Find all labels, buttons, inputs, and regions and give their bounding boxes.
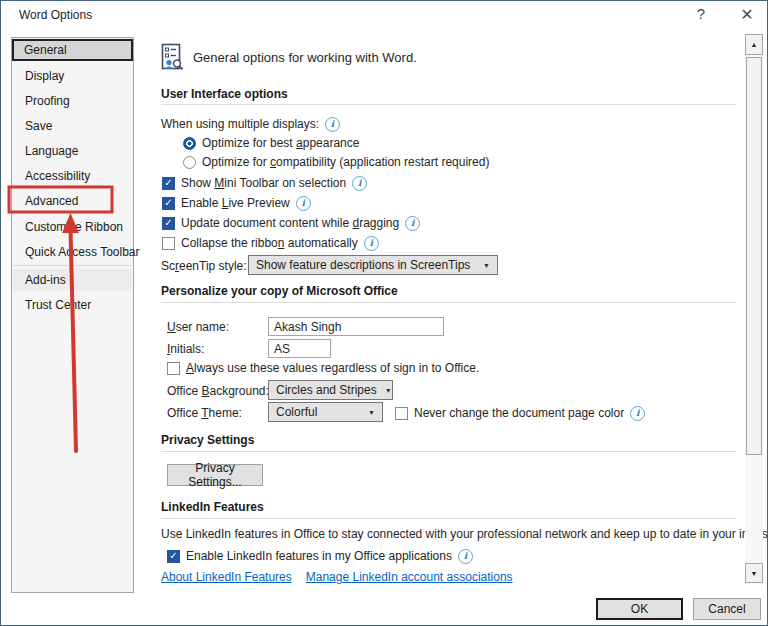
- dialog-title: Word Options: [19, 8, 92, 22]
- sidebar-item-add-ins[interactable]: Add-ins: [13, 269, 132, 291]
- scrollbar-up-icon[interactable]: ▲: [745, 34, 763, 55]
- live-preview-option[interactable]: ✓ Enable Live Preview i: [162, 195, 311, 211]
- radio-compatibility[interactable]: [183, 156, 196, 169]
- checkbox-never-change-page-color-label: Never change the document page color: [414, 406, 624, 420]
- radio-best-appearance[interactable]: [183, 137, 196, 150]
- section-title-ui-options: User Interface options: [161, 87, 288, 101]
- section-divider: [161, 104, 736, 105]
- optimize-appearance-option[interactable]: Optimize for best appearance: [183, 135, 359, 151]
- section-divider: [161, 451, 736, 452]
- initials-input[interactable]: [268, 339, 331, 358]
- info-icon[interactable]: i: [405, 216, 420, 231]
- checkbox-always-use-values-label: Always use these values regardless of si…: [186, 361, 479, 375]
- multi-display-label-row: When using multiple displays: i: [161, 116, 340, 132]
- sidebar-item-save[interactable]: Save: [13, 115, 132, 137]
- checkbox-live-preview-label: Enable Live Preview: [181, 196, 290, 210]
- never-change-page-color-option[interactable]: Never change the document page color i: [395, 405, 645, 421]
- multi-display-label: When using multiple displays:: [161, 117, 319, 131]
- general-options-icon: [161, 43, 187, 75]
- checkbox-mini-toolbar[interactable]: ✓: [162, 177, 175, 190]
- office-theme-label-row: Office Theme:: [167, 405, 242, 421]
- info-icon[interactable]: i: [352, 176, 367, 191]
- close-icon[interactable]: ✕: [735, 5, 759, 24]
- checkbox-never-change-page-color[interactable]: [395, 407, 408, 420]
- sidebar-item-quick-access-toolbar[interactable]: Quick Access Toolbar: [13, 241, 132, 263]
- cancel-button[interactable]: Cancel: [693, 598, 761, 620]
- initials-label: Initials:: [167, 342, 204, 356]
- checkbox-always-use-values[interactable]: [167, 362, 180, 375]
- dialog-frame: Word Options ? ✕ General Display Proofin…: [0, 0, 768, 626]
- sidebar-item-language[interactable]: Language: [13, 140, 132, 162]
- sidebar-item-general[interactable]: General: [12, 39, 133, 61]
- sidebar-item-display[interactable]: Display: [13, 65, 132, 87]
- office-background-label: Office Background:: [167, 384, 269, 398]
- chevron-down-icon: ▼: [385, 387, 392, 394]
- checkbox-enable-linkedin-label: Enable LinkedIn features in my Office ap…: [186, 549, 452, 563]
- optimize-compatibility-option[interactable]: Optimize for compatibility (application …: [183, 154, 489, 170]
- checkbox-collapse-ribbon-label: Collapse the ribbon automatically: [181, 236, 358, 250]
- enable-linkedin-option[interactable]: ✓ Enable LinkedIn features in my Office …: [167, 548, 473, 564]
- radio-best-appearance-label: Optimize for best appearance: [202, 136, 359, 150]
- checkbox-enable-linkedin[interactable]: ✓: [167, 550, 180, 563]
- initials-label-row: Initials:: [167, 341, 204, 357]
- linkedin-links-row: About LinkedIn Features Manage LinkedIn …: [161, 569, 513, 585]
- checkbox-mini-toolbar-label: Show Mini Toolbar on selection: [181, 176, 346, 190]
- always-use-values-option[interactable]: Always use these values regardless of si…: [167, 360, 479, 376]
- checkbox-live-preview[interactable]: ✓: [162, 197, 175, 210]
- section-divider: [161, 302, 736, 303]
- word-options-dialog: Word Options ? ✕ General Display Proofin…: [0, 0, 768, 626]
- info-icon[interactable]: i: [458, 549, 473, 564]
- screentip-label: ScreenTip style:: [161, 259, 247, 273]
- checkbox-collapse-ribbon[interactable]: [162, 237, 175, 250]
- info-icon[interactable]: i: [630, 406, 645, 421]
- screentip-style-dropdown[interactable]: Show feature descriptions in ScreenTips …: [248, 255, 498, 275]
- about-linkedin-link[interactable]: About LinkedIn Features: [161, 570, 292, 584]
- scrollbar[interactable]: ▲ ▼: [745, 34, 763, 584]
- help-icon[interactable]: ?: [689, 5, 713, 22]
- office-theme-value: Colorful: [276, 405, 317, 419]
- info-icon[interactable]: i: [296, 196, 311, 211]
- checkbox-update-drag-label: Update document content while dragging: [181, 216, 399, 230]
- office-background-dropdown[interactable]: Circles and Stripes ▼: [268, 380, 393, 400]
- sidebar-item-advanced[interactable]: Advanced: [13, 190, 132, 212]
- user-name-label: User name:: [167, 320, 229, 334]
- chevron-down-icon: ▼: [368, 409, 375, 416]
- update-drag-option[interactable]: ✓ Update document content while dragging…: [162, 215, 420, 231]
- sidebar-item-accessibility[interactable]: Accessibility: [13, 165, 132, 187]
- info-icon[interactable]: i: [364, 236, 379, 251]
- checkbox-update-drag[interactable]: ✓: [162, 217, 175, 230]
- scrollbar-thumb[interactable]: [746, 57, 762, 455]
- section-title-personalize: Personalize your copy of Microsoft Offic…: [161, 284, 398, 298]
- sidebar-item-proofing[interactable]: Proofing: [13, 90, 132, 112]
- linkedin-description: Use LinkedIn features in Office to stay …: [161, 526, 768, 542]
- section-title-linkedin: LinkedIn Features: [161, 500, 264, 514]
- show-mini-toolbar-option[interactable]: ✓ Show Mini Toolbar on selection i: [162, 175, 367, 191]
- info-icon[interactable]: i: [325, 117, 340, 132]
- manage-linkedin-link[interactable]: Manage LinkedIn account associations: [306, 570, 513, 584]
- chevron-down-icon: ▼: [483, 262, 490, 269]
- sidebar-separator: [13, 265, 132, 266]
- privacy-settings-button[interactable]: Privacy Settings...: [167, 464, 263, 486]
- radio-compatibility-label: Optimize for compatibility (application …: [202, 155, 489, 169]
- office-theme-dropdown[interactable]: Colorful ▼: [268, 402, 383, 422]
- sidebar: General Display Proofing Save Language A…: [11, 37, 134, 593]
- user-name-label-row: User name:: [167, 319, 229, 335]
- page-title: General options for working with Word.: [193, 50, 417, 65]
- screentip-label-row: ScreenTip style:: [161, 258, 247, 274]
- ok-button[interactable]: OK: [596, 598, 683, 620]
- office-background-label-row: Office Background:: [167, 383, 269, 399]
- section-divider: [161, 518, 736, 519]
- sidebar-item-trust-center[interactable]: Trust Center: [13, 294, 132, 316]
- scrollbar-down-icon[interactable]: ▼: [745, 563, 763, 583]
- screentip-style-value: Show feature descriptions in ScreenTips: [256, 258, 470, 272]
- collapse-ribbon-option[interactable]: Collapse the ribbon automatically i: [162, 235, 379, 251]
- sidebar-item-customize-ribbon[interactable]: Customize Ribbon: [13, 216, 132, 238]
- user-name-input[interactable]: [268, 317, 444, 336]
- section-title-privacy: Privacy Settings: [161, 433, 254, 447]
- office-theme-label: Office Theme:: [167, 406, 242, 420]
- office-background-value: Circles and Stripes: [276, 383, 377, 397]
